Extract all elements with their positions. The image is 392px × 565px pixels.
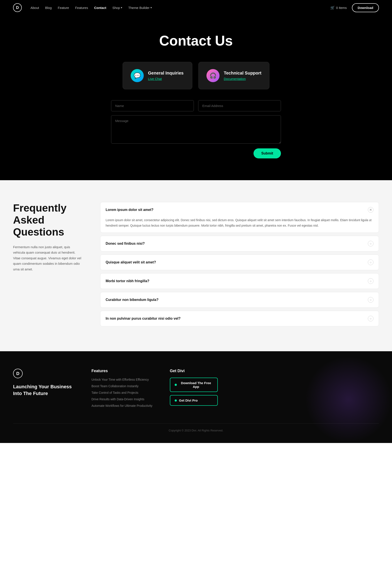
footer-grid: D Launching Your Business Into The Futur… [13,369,379,410]
nav-theme-builder-dropdown[interactable]: Theme Builder [128,6,152,10]
faq-question-text: Curabitur non bibendum ligula? [106,298,158,302]
nav-contact[interactable]: Contact [94,6,106,10]
faq-toggle-icon: ○ [368,316,374,321]
footer-feature-5[interactable]: Automate Workflows for Ultimate Producti… [91,404,153,408]
logo-letter: D [16,5,19,10]
faq-question[interactable]: Quisque aliquet velit sit amet? ○ [100,255,379,270]
faq-item: Curabitur non bibendum ligula? ○ [100,292,379,308]
footer-get-divi-col: Get Divi Download The Free App Get Divi … [170,369,218,410]
pro-dot-icon [175,399,177,402]
cart-count: 0 Items [336,6,347,10]
support-icon: 🎧 [210,72,216,79]
faq-item: In non pulvinar purus curabitur nisi odi… [100,311,379,326]
chat-icon: 💬 [134,72,141,79]
contact-form: Submit [111,100,281,159]
faq-section: Frequently Asked Questions Fermentum nul… [0,180,392,351]
footer-features-title: Features [91,369,153,373]
support-icon-wrap: 🎧 [207,69,220,82]
chat-icon-wrap: 💬 [131,69,144,82]
footer-feature-3[interactable]: Take Control of Tasks and Projects [91,391,153,395]
general-inquiries-title: General Inquiries [148,71,183,76]
footer-feature-1[interactable]: Unlock Your Time with Effortless Efficie… [91,378,153,381]
faq-question[interactable]: Morbi tortor nibh fringilla? ○ [100,274,379,289]
footer-features-col: Features Unlock Your Time with Effortles… [91,369,153,410]
faq-question[interactable]: In non pulvinar purus curabitur nisi odi… [100,311,379,326]
faq-items-list: Lorem ipsum dolor sit amet? ✕ Lorem ipsu… [100,202,379,330]
footer-copyright: Copyright © 2023 Divi. All Rights Reserv… [13,429,379,432]
faq-question-text: Lorem ipsum dolor sit amet? [106,208,154,212]
general-inquiries-text: General Inquiries Live Chat [148,71,183,81]
footer-feature-4[interactable]: Drive Results with Data-Driven Insights [91,397,153,401]
live-chat-link[interactable]: Live Chat [148,77,162,81]
name-input[interactable] [111,100,194,111]
footer-divider [13,423,379,424]
download-free-app-button[interactable]: Download The Free App [170,378,218,392]
form-name-email-row [111,100,281,111]
faq-item: Lorem ipsum dolor sit amet? ✕ Lorem ipsu… [100,202,379,233]
faq-title: Frequently Asked Questions [13,202,83,238]
submit-button[interactable]: Submit [253,148,281,159]
faq-question[interactable]: Curabitur non bibendum ligula? ○ [100,292,379,307]
technical-support-title: Technical Support [224,71,262,76]
pro-btn-label: Get Divi Pro [179,399,198,402]
navbar-logo[interactable]: D [13,3,22,12]
faq-question-text: Morbi tortor nibh fringilla? [106,279,149,283]
faq-question-text: In non pulvinar purus curabitur nisi odi… [106,317,181,320]
general-inquiries-card: 💬 General Inquiries Live Chat [123,62,192,89]
faq-question-text: Donec sed finibus nisi? [106,242,145,246]
navbar: D About Blog Feature Features Contact Sh… [0,0,392,15]
faq-question[interactable]: Donec sed finibus nisi? ○ [100,236,379,251]
contact-title: Contact Us [13,33,379,49]
footer-brand: D Launching Your Business Into The Futur… [13,369,74,410]
faq-subtitle: Fermentum nulla non justo aliquet, quis … [13,244,83,272]
get-divi-pro-button[interactable]: Get Divi Pro [170,395,218,406]
documentation-link[interactable]: Documentation [224,77,246,81]
faq-left-panel: Frequently Asked Questions Fermentum nul… [13,202,83,272]
technical-support-text: Technical Support Documentation [224,71,262,81]
footer-logo-letter: D [16,371,19,376]
footer: D Launching Your Business Into The Futur… [0,351,392,443]
nav-about[interactable]: About [30,6,39,10]
navbar-cart[interactable]: 🛒 0 Items [330,6,347,10]
faq-answer: Lorem ipsum dolor sit amet, consectetur … [100,217,379,232]
navbar-download-button[interactable]: Download [352,3,379,12]
faq-question-text: Quisque aliquet velit sit amet? [106,261,156,264]
email-input[interactable] [198,100,281,111]
faq-question[interactable]: Lorem ipsum dolor sit amet? ✕ [100,202,379,217]
faq-item: Donec sed finibus nisi? ○ [100,236,379,251]
faq-toggle-icon: ○ [368,241,374,246]
faq-toggle-icon: ○ [368,297,374,303]
footer-features-list: Unlock Your Time with Effortless Efficie… [91,378,153,408]
navbar-links: About Blog Feature Features Contact Shop… [30,6,330,10]
nav-blog[interactable]: Blog [45,6,52,10]
faq-item: Morbi tortor nibh fringilla? ○ [100,273,379,289]
contact-cards: 💬 General Inquiries Live Chat 🎧 Technica… [13,62,379,89]
download-btn-label: Download The Free App [179,381,213,389]
contact-hero-section: Contact Us 💬 General Inquiries Live Chat… [0,15,392,180]
footer-feature-2[interactable]: Boost Team Collaboration Instantly [91,384,153,388]
download-dot-icon [175,384,177,386]
footer-tagline: Launching Your Business Into The Future [13,383,74,397]
cart-icon: 🛒 [330,6,335,10]
technical-support-card: 🎧 Technical Support Documentation [198,62,270,89]
faq-toggle-icon: ✕ [368,207,374,213]
message-textarea[interactable] [111,115,281,144]
faq-toggle-icon: ○ [368,260,374,265]
faq-toggle-icon: ○ [368,278,374,284]
footer-logo[interactable]: D [13,369,23,378]
footer-get-divi-title: Get Divi [170,369,218,373]
form-submit-row: Submit [111,148,281,159]
nav-features[interactable]: Features [75,6,88,10]
nav-shop-dropdown[interactable]: Shop [112,6,122,10]
nav-feature[interactable]: Feature [58,6,69,10]
faq-item: Quisque aliquet velit sit amet? ○ [100,255,379,270]
